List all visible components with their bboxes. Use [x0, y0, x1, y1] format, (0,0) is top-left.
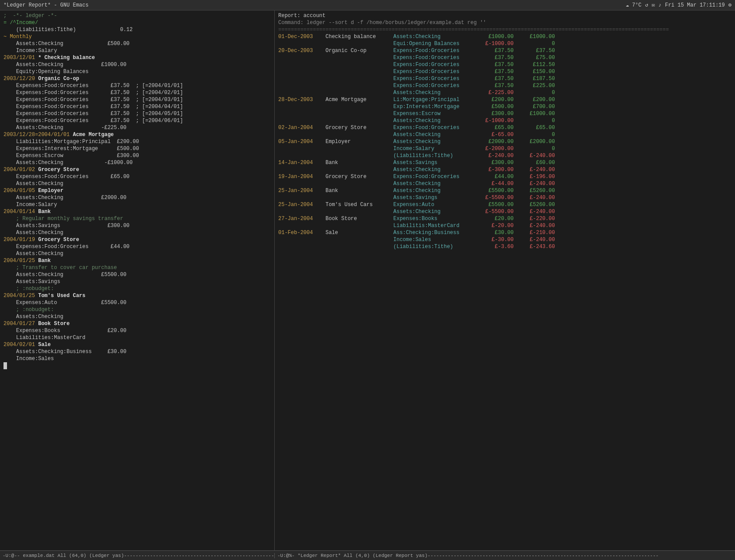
datetime-display: Fri 15 Mar 17:11:19 — [665, 2, 725, 8]
left-line: Liabilities:MasterCard — [4, 334, 271, 341]
right-line: Expenses:Escrow£300.00 £1000.00 — [278, 110, 732, 117]
right-line: 28-Dec-2003Acme MortgageLi:Mortgage:Prin… — [278, 96, 732, 103]
right-line: Command: ledger --sort d -f /home/borbus… — [278, 19, 732, 26]
left-line: 2004/01/05 Employer — [4, 187, 271, 194]
right-line: Expens:Food:Groceries£37.50 £225.00 — [278, 82, 732, 89]
right-line: Exp:Interest:Mortgage£500.00 £700.00 — [278, 103, 732, 110]
left-line: 2004/01/19 Grocery Store — [4, 236, 271, 243]
window-title: *Ledger Report* - GNU Emacs — [4, 2, 88, 8]
right-line: 27-Jan-2004Book StoreExpenses:Books£20.0… — [278, 215, 732, 222]
right-line: Assets:Savings£-5500.00 £-240.00 — [278, 194, 732, 201]
right-line: Assets:Checking£-5500.00 £-240.00 — [278, 208, 732, 215]
right-line: 02-Jan-2004Grocery StoreExpens:Food:Groc… — [278, 124, 732, 131]
right-line: 05-Jan-2004EmployerAssets:Checking£2000.… — [278, 138, 732, 145]
left-line: Expenses:Food:Groceries £37.50 ; [=2004/… — [4, 103, 271, 110]
right-line: ========================================… — [278, 26, 732, 33]
left-line: ; :nobudget: — [4, 285, 271, 292]
left-line: Income:Salary — [4, 47, 271, 54]
left-line: Assets:Checking — [4, 313, 271, 320]
left-line: Assets:Checking £500.00 — [4, 40, 271, 47]
right-line: Assets:Checking£-300.00 £-240.00 — [278, 166, 732, 173]
right-line: 20-Dec-2003Organic Co-opExpens:Food:Groc… — [278, 47, 732, 54]
right-line: Equi:Opening Balances£-1000.00 0 — [278, 40, 732, 47]
right-line: Income:Sales£-30.00 £-240.00 — [278, 236, 732, 243]
left-line: Assets:Savings — [4, 278, 271, 285]
left-line: Assets:Checking -£1000.00 — [4, 159, 271, 166]
left-line: 2004/01/25 Tom's Used Cars — [4, 292, 271, 299]
left-line: 2003/12/28=2004/01/01 Acme Mortgage — [4, 131, 271, 138]
left-line: Assets:Checking — [4, 180, 271, 187]
left-line: ; Transfer to cover car purchase — [4, 264, 271, 271]
right-line: Assets:Checking£-44.00 £-240.00 — [278, 180, 732, 187]
left-line: Equity:Opening Balances — [4, 68, 271, 75]
right-line: 01-Dec-2003Checking balanceAssets:Checki… — [278, 33, 732, 40]
left-line: ; Regular monthly savings transfer — [4, 215, 271, 222]
left-line: Liabilities:Mortgage:Principal £200.00 — [4, 138, 271, 145]
left-line: Expenses:Food:Groceries £37.50 ; [=2004/… — [4, 82, 271, 89]
left-line: Assets:Checking £5500.00 — [4, 271, 271, 278]
right-line: Expens:Food:Groceries£37.50 £112.50 — [278, 61, 732, 68]
right-line: Assets:Checking£-1000.00 0 — [278, 117, 732, 124]
left-line: (Liabilities:Tithe) 0.12 — [4, 26, 271, 33]
left-line: Expenses:Food:Groceries £37.50 ; [=2004/… — [4, 89, 271, 96]
right-line: Assets:Checking£-65.00 0 — [278, 131, 732, 138]
right-pane: Report: accountCommand: ledger --sort d … — [275, 10, 735, 550]
right-line: Liabilitis:MasterCard£-20.00 £-240.00 — [278, 222, 732, 229]
left-line: 2004/01/02 Grocery Store — [4, 166, 271, 173]
status-left: -U:@-- example.dat All (64,0) (Ledger ya… — [0, 553, 275, 558]
left-content: ; -*- ledger -*-= /^Income/ (Liabilities… — [4, 12, 271, 369]
left-line: 2004/02/01 Sale — [4, 341, 271, 348]
left-line: ; :nobudget: — [4, 306, 271, 313]
status-bar: -U:@-- example.dat All (64,0) (Ledger ya… — [0, 550, 735, 560]
left-line: Expenses:Food:Groceries £37.50 ; [=2004/… — [4, 110, 271, 117]
left-line: 2004/01/27 Book Store — [4, 320, 271, 327]
left-line — [4, 362, 271, 369]
left-pane: ; -*- ledger -*-= /^Income/ (Liabilities… — [0, 10, 275, 550]
mail-icon[interactable]: ✉ — [652, 2, 655, 8]
title-bar: *Ledger Report* - GNU Emacs ☁ 7°C ↺ ✉ ♪ … — [0, 0, 735, 10]
refresh-icon[interactable]: ↺ — [645, 2, 648, 8]
right-line: 01-Feb-2004SaleAss:Checking:Business£30.… — [278, 229, 732, 236]
left-line: Expenses:Interest:Mortgage £500.00 — [4, 145, 271, 152]
left-line: Income:Sales — [4, 355, 271, 362]
left-line: Expenses:Food:Groceries £65.00 — [4, 173, 271, 180]
left-line: Assets:Checking — [4, 250, 271, 257]
left-line: Expenses:Books £20.00 — [4, 327, 271, 334]
left-line: Assets:Checking -£225.00 — [4, 124, 271, 131]
right-line: 25-Jan-2004BankAssets:Checking£5500.00 £… — [278, 187, 732, 194]
left-line: = /^Income/ — [4, 19, 271, 26]
left-line: Assets:Checking:Business £30.00 — [4, 348, 271, 355]
left-line: Expenses:Food:Groceries £37.50 ; [=2004/… — [4, 117, 271, 124]
right-content: Report: accountCommand: ledger --sort d … — [278, 12, 732, 250]
right-line: Expens:Food:Groceries£37.50 £150.00 — [278, 68, 732, 75]
left-line: ; -*- ledger -*- — [4, 12, 271, 19]
left-line: Assets:Checking — [4, 229, 271, 236]
right-line: 19-Jan-2004Grocery StoreExpens:Food:Groc… — [278, 173, 732, 180]
right-line: Expens:Food:Groceries£37.50 £75.00 — [278, 54, 732, 61]
right-line: Income:Salary£-2000.00 0 — [278, 145, 732, 152]
volume-icon[interactable]: ♪ — [658, 2, 662, 8]
left-line: Assets:Savings £300.00 — [4, 222, 271, 229]
left-line: Expenses:Food:Groceries £37.50 ; [=2004/… — [4, 96, 271, 103]
left-line: 2003/12/20 Organic Co-op — [4, 75, 271, 82]
right-line: (Liabilities:Tithe)£-3.60 £-243.60 — [278, 243, 732, 250]
right-line: (Liabilities:Tithe)£-240.00 £-240.00 — [278, 152, 732, 159]
right-line: Report: account — [278, 12, 732, 19]
left-line: Expenses:Escrow £300.00 — [4, 152, 271, 159]
left-line: Income:Salary — [4, 201, 271, 208]
left-line: Assets:Checking £1000.00 — [4, 61, 271, 68]
settings-icon[interactable]: ⚙ — [728, 2, 732, 8]
status-right: -U:@%- *Ledger Report* All (4,0) (Ledger… — [275, 553, 735, 558]
left-line: Expenses:Food:Groceries £44.00 — [4, 243, 271, 250]
right-line: Expens:Food:Groceries£37.50 £187.50 — [278, 75, 732, 82]
right-line: 25-Jan-2004Tom's Used CarsExpenses:Auto£… — [278, 201, 732, 208]
right-line: 14-Jan-2004BankAssets:Savings£300.00 £60… — [278, 159, 732, 166]
left-line: 2003/12/01 * Checking balance — [4, 54, 271, 61]
left-line: ~ Monthly — [4, 33, 271, 40]
left-line: 2004/01/14 Bank — [4, 208, 271, 215]
title-bar-right: ☁ 7°C ↺ ✉ ♪ Fri 15 Mar 17:11:19 ⚙ — [626, 2, 732, 8]
left-line: 2004/01/25 Bank — [4, 257, 271, 264]
left-line: Assets:Checking £2000.00 — [4, 194, 271, 201]
left-line: Expenses:Auto £5500.00 — [4, 299, 271, 306]
right-line: Assets:Checking£-225.00 0 — [278, 89, 732, 96]
